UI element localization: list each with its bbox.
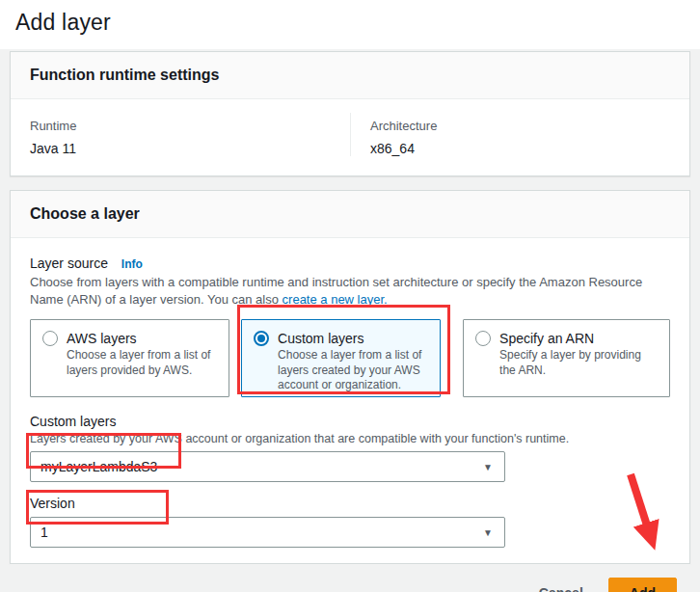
radio-card-label: AWS layers [67,331,137,346]
create-new-layer-link[interactable]: create a new layer. [283,292,388,307]
choose-layer-body: Layer source Info Choose from layers wit… [11,238,689,563]
choose-layer-title: Choose a layer [30,205,670,223]
layer-source-options: AWS layers Choose a layer from a list of… [30,319,670,397]
custom-layers-description: Layers created by your AWS account or or… [30,432,670,445]
custom-layers-select[interactable]: myLayerLambdaS3 ▼ [30,451,505,482]
page-title: Add layer [15,10,685,36]
layer-source-label: Layer source [30,256,108,271]
info-link[interactable]: Info [121,257,143,271]
architecture-column: Architecture x86_64 [350,113,689,156]
layer-source-description: Choose from layers with a compatible run… [30,274,666,308]
choose-layer-panel: Choose a layer Layer source Info Choose … [10,190,690,564]
runtime-settings-panel-header: Function runtime settings [11,52,689,99]
radio-card-label: Custom layers [278,331,363,346]
radio-card-description: Choose a layer from a list of layers pro… [67,348,217,378]
version-select-value: 1 [40,525,483,540]
form-footer: Cancel Add [10,564,690,592]
runtime-settings-panel: Function runtime settings Runtime Java 1… [10,51,690,176]
radio-line: AWS layers [42,331,217,346]
radio-card-aws-layers[interactable]: AWS layers Choose a layer from a list of… [30,319,229,397]
layer-source-row: Layer source Info [30,256,670,271]
version-label: Version [30,496,670,511]
choose-layer-panel-header: Choose a layer [11,191,689,238]
page-header: Add layer [0,0,700,49]
radio-unselected-icon[interactable] [42,331,58,346]
chevron-down-icon: ▼ [483,462,493,472]
radio-line: Specify an ARN [475,331,658,346]
radio-card-specify-arn[interactable]: Specify an ARN Specify a layer by provid… [463,319,670,397]
runtime-settings-title: Function runtime settings [30,67,670,84]
version-select[interactable]: 1 ▼ [30,517,505,548]
custom-layers-label: Custom layers [30,414,670,429]
radio-selected-icon[interactable] [254,331,269,346]
radio-line: Custom layers [254,331,428,346]
radio-unselected-icon[interactable] [475,331,491,346]
runtime-settings-body: Runtime Java 11 Architecture x86_64 [11,99,689,175]
runtime-column: Runtime Java 11 [11,113,350,156]
content-area: Function runtime settings Runtime Java 1… [0,49,700,592]
radio-card-description: Specify a layer by providing the ARN. [499,348,658,378]
cancel-button[interactable]: Cancel [539,585,583,592]
chevron-down-icon: ▼ [483,527,493,538]
runtime-label: Runtime [30,119,331,133]
architecture-value: x86_64 [370,141,670,156]
radio-card-description: Choose a layer from a list of layers cre… [278,348,428,393]
custom-layers-select-value: myLayerLambdaS3 [40,459,483,474]
radio-card-custom-layers[interactable]: Custom layers Choose a layer from a list… [241,319,441,397]
custom-layers-field: Custom layers Layers created by your AWS… [30,414,670,482]
radio-card-label: Specify an ARN [499,331,594,346]
architecture-label: Architecture [370,119,670,133]
runtime-value: Java 11 [30,141,331,156]
version-field: Version 1 ▼ [30,496,670,548]
add-button[interactable]: Add [608,578,677,592]
